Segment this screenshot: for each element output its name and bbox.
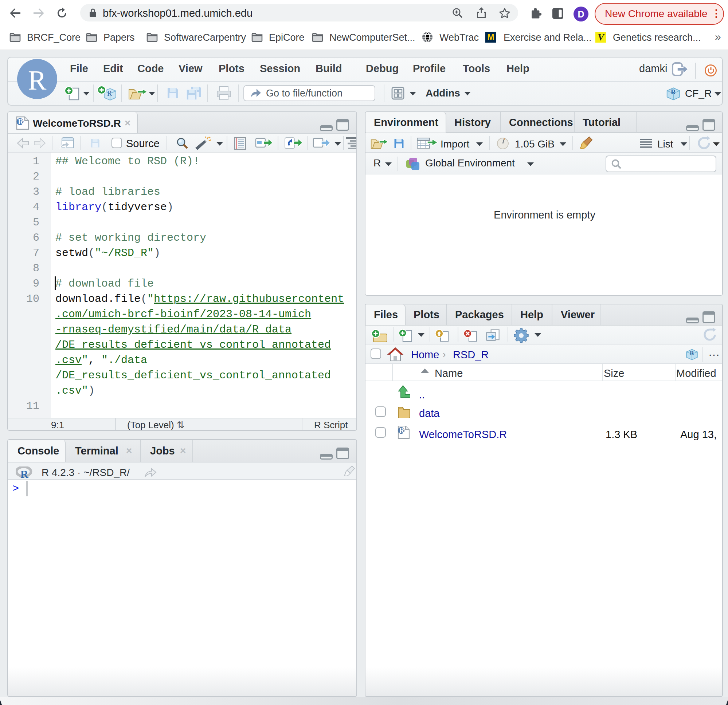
svg-text:R: R (690, 350, 694, 356)
svg-text:R: R (18, 117, 24, 126)
svg-text:R: R (20, 468, 29, 479)
svg-text:R: R (399, 427, 404, 434)
svg-text:R: R (107, 89, 112, 97)
svg-text:R: R (671, 88, 676, 96)
